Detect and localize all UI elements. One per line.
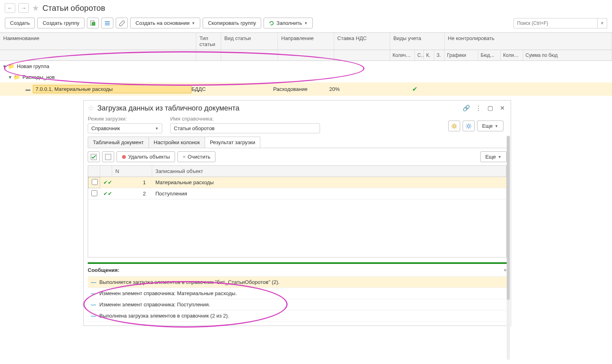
chevron-down-icon: ▼ — [191, 21, 195, 25]
check-icon: ✔ — [412, 86, 417, 93]
create-button[interactable]: Создать — [5, 18, 35, 28]
subcol-k[interactable]: К. — [424, 50, 434, 60]
col-vidu[interactable]: Виды учета — [390, 33, 445, 50]
search-clear-button[interactable]: × — [598, 18, 607, 28]
refresh-icon — [269, 20, 274, 26]
page-title: Статьи оборотов — [42, 4, 105, 13]
favorite-star-icon[interactable]: ★ — [32, 3, 39, 13]
back-button[interactable]: ← — [5, 3, 15, 13]
cell-dir: Расходование — [273, 86, 329, 92]
svg-rect-3 — [105, 23, 110, 24]
col-nds[interactable]: Ставка НДС — [334, 33, 390, 50]
cell-check: ✔ — [410, 85, 419, 93]
group-label: Новая группа — [17, 63, 49, 69]
main-toolbar: Создать Создать группу Создать на основа… — [0, 16, 612, 32]
expand-icon[interactable]: ▾ — [3, 63, 8, 69]
copy-button[interactable] — [87, 18, 99, 28]
subcol-kol[interactable]: Количест... — [390, 50, 415, 60]
group-label: Расходы_нов — [22, 74, 55, 80]
create-based-button[interactable]: Создать на основании ▼ — [130, 18, 200, 28]
fill-button[interactable]: Заполнить ▼ — [264, 18, 313, 28]
tree-group-row[interactable]: ▾ 📁 Новая группа — [0, 61, 612, 72]
subcol-sum[interactable]: Сумма по бюд — [523, 50, 612, 60]
subcol-graf[interactable]: Графики — [445, 50, 478, 60]
main-table: Наименование Тип статьи Вид статьи Напра… — [0, 32, 612, 96]
svg-rect-1 — [92, 22, 95, 26]
subcol-bud[interactable]: Бюд... — [478, 50, 501, 60]
col-name[interactable]: Наименование — [0, 33, 196, 50]
fill-label: Заполнить — [276, 20, 302, 26]
subcol-s[interactable]: С. — [415, 50, 424, 60]
col-nk[interactable]: Не контролировать — [445, 33, 612, 50]
attach-button[interactable] — [116, 18, 128, 28]
search-input[interactable] — [513, 18, 598, 28]
subcol-z[interactable]: З. — [434, 50, 445, 60]
folder-icon: 📁 — [8, 63, 14, 69]
col-type[interactable]: Тип статьи — [196, 33, 221, 50]
expand-icon[interactable]: ▾ — [9, 74, 14, 80]
svg-rect-2 — [105, 21, 110, 22]
chevron-down-icon: ▼ — [304, 21, 308, 25]
tree-group-row[interactable]: ▾ 📁 Расходы_нов — [0, 72, 612, 82]
forward-button[interactable]: → — [18, 3, 29, 13]
cell-nds: 20% — [329, 86, 385, 92]
item-name: 7.0.0.1, Материальные расходы — [33, 85, 191, 93]
item-icon: ▬ — [26, 86, 30, 92]
copy-group-button[interactable]: Скопировать группу — [203, 18, 261, 28]
subcol-kol2[interactable]: Колич... — [501, 50, 523, 60]
copy-icon — [90, 20, 96, 26]
create-based-label: Создать на основании — [135, 20, 189, 26]
list-icon — [104, 20, 111, 26]
col-vid[interactable]: Вид статьи — [221, 33, 278, 50]
create-group-button[interactable]: Создать группу — [37, 18, 85, 28]
list-button[interactable] — [101, 18, 113, 28]
paperclip-icon — [119, 20, 125, 26]
svg-rect-4 — [105, 24, 110, 25]
tree-item-row[interactable]: ▬ 7.0.0.1, Материальные расходы БДДС Рас… — [0, 82, 612, 96]
col-dir[interactable]: Направление — [278, 33, 334, 50]
folder-icon: 📁 — [14, 74, 20, 80]
cell-type: БДДС — [191, 86, 216, 92]
